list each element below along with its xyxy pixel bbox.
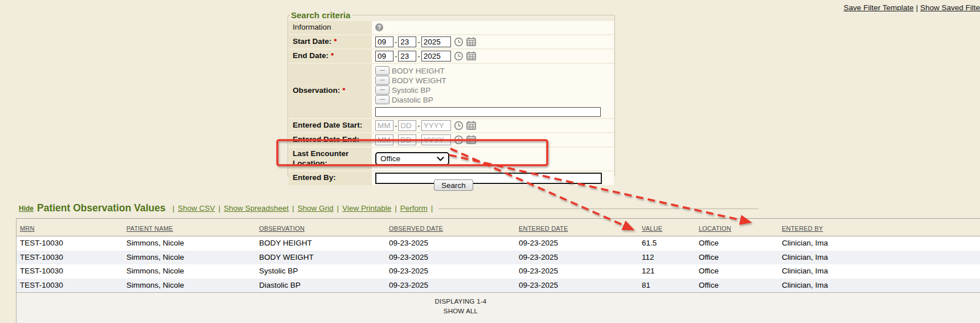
search-criteria-fieldset: Search criteria Information ? Start Date… [288, 10, 615, 177]
remove-observation-button[interactable]: — [375, 76, 389, 85]
remove-observation-button[interactable]: — [375, 95, 389, 104]
page: { "topbar": { "save_filter_template": "S… [0, 0, 980, 323]
table-cell: Office [699, 264, 782, 279]
show-all-link[interactable]: SHOW ALL [17, 305, 905, 314]
date-separator: - [395, 136, 397, 144]
table-cell: BODY HEIGHT [259, 236, 389, 251]
table-cell: Office [699, 236, 782, 251]
show-spreadsheet-link[interactable]: Show Spreadsheet [224, 204, 289, 212]
start-date-row: Start Date:* - - [289, 35, 614, 50]
table-cell: TEST-10030 [20, 264, 126, 279]
entered-date-start-year-input[interactable] [421, 120, 451, 131]
column-header-entered-date[interactable]: ENTERED DATE [519, 225, 642, 236]
table-cell: Simmons, Nicole [126, 264, 259, 279]
required-asterisk: * [342, 86, 345, 96]
link-separator: | [431, 204, 433, 212]
end-date-month-input[interactable] [375, 51, 393, 62]
end-date-year-input[interactable] [421, 51, 451, 62]
entered-date-end-year-input[interactable] [421, 134, 451, 145]
calendar-icon[interactable] [466, 135, 476, 144]
calendar-icon[interactable] [466, 37, 476, 46]
column-header-observed-date[interactable]: OBSERVED DATE [389, 225, 519, 236]
remove-observation-button[interactable]: — [375, 66, 389, 75]
column-header-patient-name[interactable]: PATIENT NAME [126, 225, 259, 236]
end-date-day-input[interactable] [398, 51, 416, 62]
required-asterisk: * [331, 51, 334, 60]
table-cell: 61.5 [642, 236, 699, 251]
table-cell: 09-23-2025 [389, 251, 519, 265]
table-cell: Simmons, Nicole [126, 251, 259, 265]
entered-date-start-day-input[interactable] [398, 120, 416, 131]
entered-date-start-label: Entered Date Start: [289, 119, 372, 132]
table-cell: TEST-10030 [20, 279, 126, 293]
calendar-icon[interactable] [466, 51, 476, 60]
column-header-entered-by[interactable]: ENTERED BY [782, 225, 980, 236]
observation-item: — BODY HEIGHT [375, 66, 445, 76]
table-row: TEST-10030Simmons, NicoleBODY HEIGHT09-2… [17, 236, 980, 251]
link-separator: | [173, 204, 175, 212]
perform-link[interactable]: Perform [400, 204, 428, 212]
results-header-bar: Hide Patient Observation Values | Show C… [19, 202, 980, 214]
observation-results-table: MRN PATIENT NAME OBSERVATION OBSERVED DA… [16, 218, 980, 323]
table-cell: 81 [642, 279, 699, 293]
table-cell: 09-23-2025 [389, 264, 519, 279]
clock-icon[interactable] [454, 37, 464, 47]
clock-icon[interactable] [454, 121, 464, 130]
calendar-icon[interactable] [466, 121, 476, 130]
hide-results-link[interactable]: Hide [19, 205, 34, 212]
table-cell: 09-23-2025 [519, 236, 642, 251]
help-icon[interactable]: ? [375, 23, 383, 31]
end-date-row: End Date:* - - [289, 50, 614, 64]
column-header-observation[interactable]: OBSERVATION [259, 225, 389, 236]
link-separator: | [218, 204, 220, 212]
search-button[interactable]: Search [434, 179, 473, 191]
information-label: Information [289, 21, 372, 34]
start-date-day-input[interactable] [398, 36, 416, 47]
table-cell: Clinician, Ima [782, 279, 980, 293]
table-cell: Clinician, Ima [782, 236, 980, 251]
date-separator: - [417, 52, 420, 60]
table-row: TEST-10030Simmons, NicoleDiastolic BP09-… [17, 279, 980, 293]
save-filter-template-link[interactable]: Save Filter Template [844, 3, 914, 12]
show-grid-link[interactable]: Show Grid [298, 204, 334, 212]
show-csv-link[interactable]: Show CSV [178, 204, 215, 212]
show-saved-filters-link[interactable]: Show Saved Filte [920, 3, 980, 12]
start-date-year-input[interactable] [421, 36, 451, 47]
remove-observation-button[interactable]: — [375, 85, 389, 95]
last-encounter-location-select[interactable]: Office [375, 152, 449, 165]
end-date-label: End Date:* [289, 50, 372, 63]
table-cell: Simmons, Nicole [126, 279, 259, 293]
link-separator: | [292, 204, 294, 212]
entered-date-end-month-input[interactable] [375, 134, 393, 145]
link-separator: | [916, 3, 918, 12]
entered-date-start-month-input[interactable] [375, 120, 393, 131]
observation-item-label: Systolic BP [392, 86, 430, 95]
observation-item: — Systolic BP [375, 85, 430, 95]
required-asterisk: * [334, 37, 337, 46]
clock-icon[interactable] [454, 135, 464, 145]
table-cell: 09-23-2025 [519, 251, 642, 265]
table-cell: Clinician, Ima [782, 251, 980, 265]
entered-by-input[interactable] [375, 173, 602, 184]
results-title: Patient Observation Values [37, 202, 166, 214]
table-cell: Office [699, 251, 782, 265]
displaying-count-text: DISPLAYING 1-4 [17, 293, 905, 305]
observation-item: — BODY WEIGHT [375, 76, 446, 85]
table-cell: TEST-10030 [20, 251, 126, 265]
last-encounter-location-row: Last Encounter Location: Office [289, 148, 614, 171]
table-cell: Clinician, Ima [782, 264, 980, 279]
column-header-value[interactable]: VALUE [642, 225, 699, 236]
view-printable-link[interactable]: View Printable [342, 204, 391, 212]
link-separator: | [337, 204, 339, 212]
table-cell: 09-23-2025 [519, 279, 642, 293]
column-header-location[interactable]: LOCATION [699, 225, 782, 236]
clock-icon[interactable] [454, 51, 464, 61]
entered-date-end-row: Entered Date End: - - [289, 133, 614, 148]
table-cell: Systolic BP [259, 264, 389, 279]
observation-item-label: BODY WEIGHT [392, 76, 446, 85]
start-date-month-input[interactable] [375, 36, 393, 47]
column-header-mrn[interactable]: MRN [20, 225, 126, 236]
observation-search-input[interactable] [375, 107, 601, 117]
entered-date-end-day-input[interactable] [398, 134, 416, 145]
table-cell: 09-23-2025 [389, 236, 519, 251]
